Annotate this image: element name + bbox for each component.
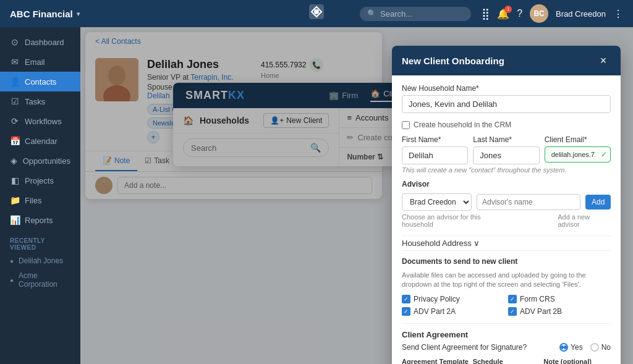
search-icon: 🔍 <box>367 9 376 18</box>
sidebar-item-calendar[interactable]: 📅 Calendar <box>0 131 80 151</box>
user-name: Brad Creedon <box>556 9 606 19</box>
doc-adv2a-checkbox[interactable]: ✓ <box>402 307 410 316</box>
template-col-label: Agreement Template <box>402 358 469 364</box>
sidebar-label-opportunities: Opportunities <box>23 156 70 166</box>
advisor-group: Advisor Brad Creedon Add Choose an advis… <box>402 180 611 228</box>
content-area: < All Contacts Delilah Jones Senior VP a… <box>80 27 633 364</box>
household-name-group: New Household Name* <box>402 84 611 113</box>
contact-hint: This will create a new "contact" through… <box>402 166 611 174</box>
top-nav: ABC Financial ▾ 🔍 ⣿ 🔔 1 ? BC Brad Creedo… <box>0 0 633 27</box>
ca-title: Client Agreement <box>402 330 611 339</box>
app-logo <box>308 3 325 24</box>
user-menu-icon[interactable]: ⋮ <box>613 8 623 20</box>
last-name-input[interactable] <box>473 146 539 164</box>
search-input[interactable] <box>380 9 454 19</box>
ca-cols: Agreement Template H9 Client Agreement.p… <box>402 358 611 364</box>
sidebar-item-files[interactable]: 📁 Files <box>0 190 80 210</box>
advisor-add-button[interactable]: Add <box>585 195 611 210</box>
doc-adv2b-checkbox[interactable]: ✓ <box>508 307 517 316</box>
modal-title: New Client Onboarding <box>402 56 504 66</box>
svg-point-1 <box>314 9 319 14</box>
template-col: Agreement Template H9 Client Agreement.p… <box>402 358 469 364</box>
workflows-icon: ⟳ <box>10 116 20 126</box>
global-search[interactable]: 🔍 <box>360 7 471 21</box>
opportunities-icon: ◈ <box>10 156 18 166</box>
ca-radio-group: Yes No <box>559 343 611 352</box>
sidebar-item-email[interactable]: ✉ Email <box>0 52 80 72</box>
doc-adv2b-label: ADV Part 2B <box>520 307 562 316</box>
last-name-col: Last Name* <box>473 135 539 164</box>
advisor-label: Advisor <box>402 180 611 188</box>
advisor-select[interactable]: Brad Creedon <box>402 193 472 211</box>
recent-delilah[interactable]: ● Delilah Jones <box>0 253 80 268</box>
note-col: Note (optional) Notes will be placed in … <box>543 358 611 364</box>
sidebar-item-dashboard[interactable]: ⊙ Dashboard <box>0 32 80 52</box>
first-name-label: First Name* <box>402 135 468 144</box>
brand-name: ABC Financial <box>10 9 73 19</box>
sidebar-item-reports[interactable]: 📊 Reports <box>0 210 80 230</box>
yes-radio-btn[interactable] <box>559 343 568 352</box>
files-icon: 📁 <box>10 195 20 205</box>
household-name-label: New Household Name* <box>402 84 611 93</box>
advisor-row: Brad Creedon Add <box>402 193 611 211</box>
doc-privacy-checkbox[interactable]: ✓ <box>402 295 410 303</box>
advisor-hints: Choose an advisor for this household Add… <box>402 213 611 228</box>
recently-viewed-label: RECENTLY VIEWED <box>0 230 80 253</box>
email-valid-icon: ✓ <box>601 150 607 159</box>
ca-send-label: Send Client Agreement for Signature? <box>402 343 527 352</box>
tasks-icon: ☑ <box>10 96 20 106</box>
sidebar-item-tasks[interactable]: ☑ Tasks <box>0 91 80 111</box>
create-household-checkbox[interactable] <box>402 121 410 129</box>
sidebar-item-opportunities[interactable]: ◈ Opportunities <box>0 151 80 171</box>
recent-label-acme: Acme Corporation <box>19 271 70 289</box>
ca-send-row: Send Client Agreement for Signature? Yes <box>402 343 611 352</box>
household-name-input[interactable] <box>402 95 611 113</box>
create-household-row: Create household in the CRM <box>402 121 611 129</box>
projects-icon: ◧ <box>10 176 20 185</box>
doc-privacy-policy: ✓ Privacy Policy <box>402 295 504 303</box>
doc-form-crs: ✓ Form CRS <box>508 295 611 303</box>
recent-label-delilah: Delilah Jones <box>19 256 63 265</box>
new-client-onboarding-modal: New Client Onboarding × New Household Na… <box>392 46 621 364</box>
advisor-new-hint: Add a new advisor <box>558 213 611 228</box>
sidebar-item-workflows[interactable]: ⟳ Workflows <box>0 111 80 131</box>
last-name-label: Last Name* <box>473 135 539 144</box>
email-icon: ✉ <box>10 57 20 67</box>
sidebar-item-projects[interactable]: ◧ Projects <box>0 171 80 190</box>
name-email-row: First Name* Last Name* Client Email* ✓ <box>402 135 611 164</box>
create-household-label: Create household in the CRM <box>414 121 511 129</box>
help-icon[interactable]: ? <box>517 8 522 19</box>
docs-label: Documents to send to new client <box>402 257 611 266</box>
recent-acme[interactable]: ● Acme Corporation <box>0 268 80 292</box>
reports-icon: 📊 <box>10 215 20 225</box>
apps-icon[interactable]: ⣿ <box>482 7 490 20</box>
schedule-col-label: Schedule <box>473 358 540 364</box>
ca-no-radio[interactable]: No <box>590 343 611 352</box>
sidebar-label-email: Email <box>25 57 45 67</box>
brand[interactable]: ABC Financial ▾ <box>10 9 80 19</box>
advisor-name-input[interactable] <box>477 194 580 210</box>
ca-yes-radio[interactable]: Yes <box>559 343 583 352</box>
modal-header: New Client Onboarding × <box>392 46 621 75</box>
user-avatar[interactable]: BC <box>530 4 548 23</box>
first-name-input[interactable] <box>402 146 468 164</box>
doc-adv2a-label: ADV Part 2A <box>414 307 456 316</box>
sidebar-label-tasks: Tasks <box>25 97 45 106</box>
sidebar: ⊙ Dashboard ✉ Email 👤 Contacts ☑ Tasks ⟳… <box>0 27 80 364</box>
notification-bell[interactable]: 🔔 1 <box>497 8 509 20</box>
nav-right: ⣿ 🔔 1 ? BC Brad Creedon ⋮ <box>482 4 623 23</box>
email-col: Client Email* ✓ <box>545 135 611 164</box>
sidebar-label-projects: Projects <box>25 176 54 185</box>
sidebar-label-files: Files <box>25 196 41 205</box>
docs-hint: Available files can be accessed and uplo… <box>402 271 611 290</box>
modal-close-button[interactable]: × <box>596 53 611 68</box>
client-agreement-section: Client Agreement Send Client Agreement f… <box>402 323 611 364</box>
household-address-toggle[interactable]: Household Address ∨ <box>402 235 611 251</box>
sidebar-item-contacts[interactable]: 👤 Contacts <box>0 72 80 91</box>
note-col-label: Note (optional) <box>543 358 611 364</box>
no-radio-btn[interactable] <box>590 343 599 352</box>
doc-crs-checkbox[interactable]: ✓ <box>508 295 517 303</box>
doc-adv-2a: ✓ ADV Part 2A <box>402 307 504 316</box>
brand-caret: ▾ <box>77 11 80 17</box>
documents-group: Documents to send to new client Availabl… <box>402 257 611 316</box>
